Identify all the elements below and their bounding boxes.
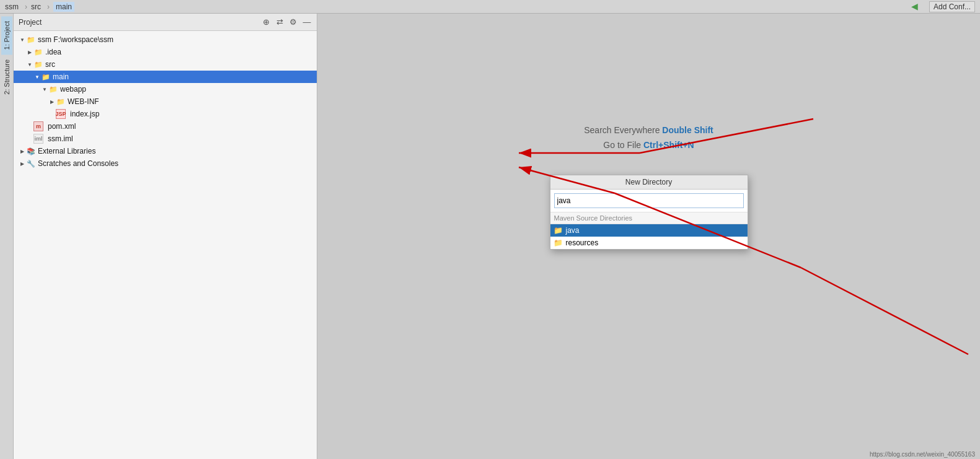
dialog-input-row [550, 190, 748, 212]
hint-search-text: Search Everywhere [584, 125, 662, 135]
label-webinf: WEB-INF [68, 97, 99, 106]
tree-item-extlibs[interactable]: 📚 External Libraries [14, 145, 317, 157]
folder-idea-icon: 📁 [33, 47, 43, 57]
arrow-webinf [48, 99, 56, 105]
title-main: main [53, 2, 74, 12]
hint-search-shortcut: Double Shift [662, 125, 713, 135]
item-java-label: java [566, 226, 580, 235]
scratch-icon: 🔧 [26, 159, 36, 168]
title-ssm: ssm [5, 2, 19, 11]
tree-item-webapp[interactable]: 📁 webapp [14, 83, 317, 95]
project-tree: 📁 ssm F:\workspace\ssm 📁 .idea 📁 src [14, 31, 317, 459]
title-src: src [31, 2, 41, 11]
label-extlibs: External Libraries [38, 147, 95, 155]
arrow-main [33, 74, 41, 80]
dialog-item-java[interactable]: 📁 java [550, 224, 748, 237]
tree-item-ssmiml[interactable]: iml ssm.iml [14, 133, 317, 145]
back-arrow-icon[interactable]: ◀ [911, 1, 918, 11]
arrow-extlibs [19, 149, 26, 154]
folder-ssm-icon: 📁 [26, 35, 36, 45]
extlibs-icon: 📚 [26, 146, 36, 156]
folder-resources-icon: 📁 [554, 238, 563, 247]
title-bar: ssm › src › main ◀ Add Conf... [0, 0, 980, 14]
tree-item-ssm[interactable]: 📁 ssm F:\workspace\ssm [14, 33, 317, 46]
label-ssmiml: ssm.iml [48, 134, 73, 143]
label-pomxml: pom.xml [48, 122, 76, 131]
svg-line-5 [801, 268, 968, 354]
arrow-src [26, 62, 33, 68]
content-area: Search Everywhere Double Shift Go to Fil… [317, 14, 980, 459]
xml-icon: m [33, 121, 43, 131]
folder-webapp-icon: 📁 [48, 84, 58, 94]
dialog-item-resources[interactable]: 📁 resources [550, 237, 748, 249]
settings-icon[interactable]: ⚙ [288, 17, 298, 27]
tree-item-idea[interactable]: 📁 .idea [14, 46, 317, 58]
tree-item-scratches[interactable]: 🔧 Scratches and Consoles [14, 157, 317, 170]
maven-section-label: Maven Source Directories [550, 212, 748, 224]
hint-goto-file: Go to File Ctrl+Shift+N [584, 140, 713, 150]
folder-webinf-icon: 📁 [56, 97, 66, 107]
project-toolbar: Project ⊕ ⇄ ⚙ — [14, 14, 317, 31]
tree-item-src[interactable]: 📁 src [14, 58, 317, 71]
hint-goto-shortcut: Ctrl+Shift+N [643, 140, 694, 150]
main-layout: 1: Project 2: Structure Project ⊕ ⇄ ⚙ — … [0, 14, 980, 459]
search-hints: Search Everywhere Double Shift Go to Fil… [584, 125, 713, 155]
dialog-title: New Directory [550, 175, 748, 190]
label-webapp: webapp [60, 85, 86, 94]
sidebar-tab-project[interactable]: 1: Project [1, 16, 12, 55]
separator1: › [25, 2, 27, 11]
scroll-icon[interactable]: ⇄ [275, 17, 285, 27]
sidebar-tab-structure[interactable]: 2: Structure [1, 55, 12, 100]
hint-goto-text: Go to File [603, 140, 643, 150]
locate-icon[interactable]: ⊕ [261, 17, 271, 27]
item-resources-label: resources [566, 238, 599, 247]
hint-search-everywhere: Search Everywhere Double Shift [584, 125, 713, 135]
arrow-idea [26, 50, 33, 55]
add-conf-button[interactable]: Add Conf... [929, 1, 975, 12]
dialog-box: New Directory Maven Source Directories 📁… [550, 175, 748, 250]
jsp-icon: JSP [56, 109, 66, 119]
label-indexjsp: index.jsp [70, 110, 99, 118]
url-text: https://blog.csdn.net/weixin_40055163 [870, 451, 975, 458]
label-scratches: Scratches and Consoles [38, 159, 118, 168]
project-panel: Project ⊕ ⇄ ⚙ — 📁 ssm F:\workspace\ssm 📁… [14, 14, 317, 459]
arrow-ssm [19, 37, 26, 43]
tree-item-main[interactable]: 📁 main [14, 71, 317, 83]
directory-name-input[interactable] [554, 193, 744, 208]
folder-main-icon: 📁 [41, 72, 51, 82]
label-src: src [45, 60, 55, 69]
label-ssm: ssm F:\workspace\ssm [38, 35, 113, 44]
label-main: main [53, 72, 69, 81]
tree-item-webinf[interactable]: 📁 WEB-INF [14, 95, 317, 108]
label-idea: .idea [45, 48, 61, 56]
separator2: › [47, 2, 50, 11]
tree-item-pomxml[interactable]: m pom.xml [14, 120, 317, 133]
folder-java-icon: 📁 [554, 226, 563, 235]
arrow-webapp [41, 87, 48, 92]
minimize-icon[interactable]: — [302, 17, 312, 27]
iml-icon: iml [33, 134, 43, 144]
tree-item-indexjsp[interactable]: JSP index.jsp [14, 108, 317, 120]
new-directory-dialog: New Directory Maven Source Directories 📁… [550, 175, 748, 250]
sidebar-tabs: 1: Project 2: Structure [0, 14, 14, 459]
project-title: Project [19, 18, 257, 27]
folder-src-icon: 📁 [33, 59, 43, 69]
arrow-scratches [19, 161, 26, 167]
